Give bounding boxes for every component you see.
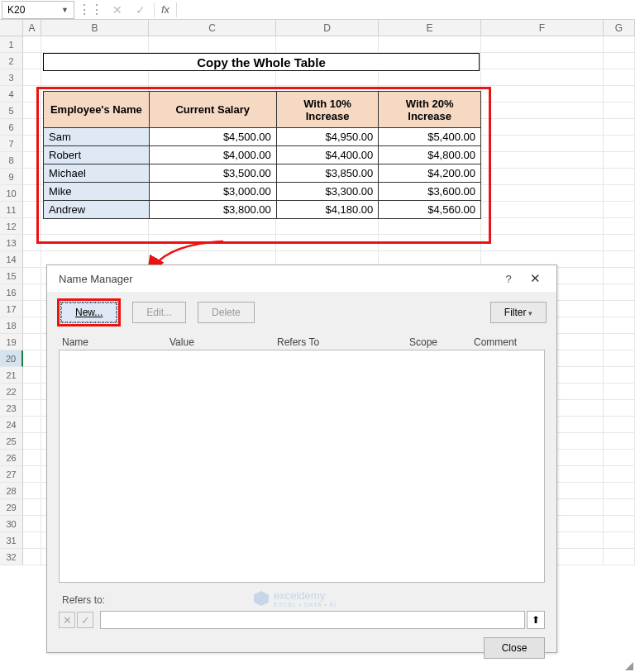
table-header[interactable]: With 10% Increase bbox=[276, 92, 379, 128]
row-header[interactable]: 30 bbox=[0, 516, 23, 532]
cell[interactable] bbox=[604, 549, 635, 565]
row-header[interactable]: 9 bbox=[0, 169, 23, 185]
cell[interactable] bbox=[23, 450, 41, 466]
cell-name[interactable]: Robert bbox=[44, 146, 150, 164]
row-header[interactable]: 17 bbox=[0, 301, 23, 317]
cell[interactable] bbox=[604, 185, 635, 202]
cell[interactable] bbox=[481, 218, 604, 235]
row-header[interactable]: 24 bbox=[0, 417, 23, 433]
cell[interactable] bbox=[23, 119, 41, 136]
cell[interactable] bbox=[276, 235, 379, 251]
cell[interactable] bbox=[604, 317, 635, 334]
row-header[interactable]: 21 bbox=[0, 367, 23, 384]
table-header[interactable]: Current Salary bbox=[149, 92, 276, 128]
cell[interactable] bbox=[23, 549, 41, 565]
cell[interactable] bbox=[23, 136, 41, 152]
cell[interactable] bbox=[23, 367, 41, 384]
cell-value[interactable]: $4,950.00 bbox=[276, 128, 379, 146]
row-header[interactable]: 27 bbox=[0, 466, 23, 483]
row-header[interactable]: 32 bbox=[0, 549, 23, 565]
fx-label[interactable]: fx bbox=[155, 3, 176, 16]
cell[interactable] bbox=[276, 36, 379, 53]
cell[interactable] bbox=[23, 86, 41, 102]
col-header[interactable]: C bbox=[149, 20, 276, 36]
cell[interactable] bbox=[481, 69, 604, 86]
row-header[interactable]: 20 bbox=[0, 350, 23, 367]
cell-value[interactable]: $4,180.00 bbox=[276, 201, 379, 219]
cell[interactable] bbox=[604, 516, 635, 532]
cell[interactable] bbox=[23, 516, 41, 532]
cell[interactable] bbox=[23, 102, 41, 119]
col-header[interactable]: D bbox=[276, 20, 379, 36]
cell[interactable] bbox=[604, 268, 635, 284]
close-icon[interactable]: ✕ bbox=[520, 271, 550, 286]
col-header[interactable]: E bbox=[379, 20, 481, 36]
resize-corner-icon[interactable] bbox=[623, 660, 635, 672]
row-header[interactable]: 25 bbox=[0, 433, 23, 450]
cell-value[interactable]: $4,200.00 bbox=[379, 164, 481, 183]
row-header[interactable]: 23 bbox=[0, 400, 23, 417]
cell[interactable] bbox=[379, 69, 481, 86]
cell[interactable] bbox=[604, 334, 635, 350]
row-header[interactable]: 26 bbox=[0, 450, 23, 466]
cell[interactable] bbox=[604, 367, 635, 384]
cell-name[interactable]: Mike bbox=[44, 183, 150, 201]
table-header[interactable]: Employee's Name bbox=[44, 92, 150, 128]
name-box[interactable]: K20 ▼ bbox=[2, 1, 74, 19]
cell[interactable] bbox=[604, 102, 635, 119]
cell[interactable] bbox=[604, 36, 635, 53]
row-header[interactable]: 13 bbox=[0, 235, 23, 251]
row-header[interactable]: 16 bbox=[0, 284, 23, 301]
row-header[interactable]: 29 bbox=[0, 499, 23, 516]
col-header[interactable]: B bbox=[41, 20, 149, 36]
cell-value[interactable]: $3,500.00 bbox=[149, 164, 276, 183]
cell[interactable] bbox=[23, 317, 41, 334]
cell[interactable] bbox=[604, 119, 635, 136]
cell-value[interactable]: $4,000.00 bbox=[149, 146, 276, 164]
cell[interactable] bbox=[23, 400, 41, 417]
cell[interactable] bbox=[23, 350, 41, 367]
cell-value[interactable]: $4,800.00 bbox=[379, 146, 481, 164]
cell[interactable] bbox=[23, 251, 41, 268]
cell[interactable] bbox=[276, 69, 379, 86]
table-header[interactable]: With 20% Increase bbox=[379, 92, 481, 128]
row-header[interactable]: 7 bbox=[0, 136, 23, 152]
cell[interactable] bbox=[481, 86, 604, 102]
cell-name[interactable]: Michael bbox=[44, 164, 150, 183]
cell-value[interactable]: $4,560.00 bbox=[379, 201, 481, 219]
dialog-titlebar[interactable]: Name Manager ? ✕ bbox=[47, 265, 556, 292]
cell[interactable] bbox=[23, 169, 41, 185]
cell[interactable] bbox=[23, 36, 41, 53]
cell[interactable] bbox=[23, 483, 41, 499]
chevron-down-icon[interactable]: ▼ bbox=[61, 6, 69, 14]
cell[interactable] bbox=[23, 268, 41, 284]
cell-value[interactable]: $3,850.00 bbox=[276, 164, 379, 183]
cell[interactable] bbox=[23, 202, 41, 218]
cell[interactable] bbox=[604, 284, 635, 301]
row-header[interactable]: 6 bbox=[0, 119, 23, 136]
list-col[interactable]: Value bbox=[169, 336, 277, 348]
cell[interactable] bbox=[481, 102, 604, 119]
select-all-corner[interactable] bbox=[0, 20, 23, 36]
cell[interactable] bbox=[604, 86, 635, 102]
col-header[interactable]: G bbox=[604, 20, 635, 36]
new-button[interactable]: New... bbox=[61, 303, 117, 322]
cell-value[interactable]: $5,400.00 bbox=[379, 128, 481, 146]
cell[interactable] bbox=[604, 69, 635, 86]
row-header[interactable]: 18 bbox=[0, 317, 23, 334]
cell[interactable] bbox=[481, 152, 604, 169]
cell[interactable] bbox=[604, 532, 635, 549]
cell[interactable] bbox=[481, 36, 604, 53]
row-header[interactable]: 31 bbox=[0, 532, 23, 549]
row-header[interactable]: 1 bbox=[0, 36, 23, 53]
row-header[interactable]: 28 bbox=[0, 483, 23, 499]
cell[interactable] bbox=[604, 417, 635, 433]
cell[interactable] bbox=[23, 532, 41, 549]
help-icon[interactable]: ? bbox=[497, 273, 520, 285]
cell[interactable] bbox=[604, 400, 635, 417]
cell[interactable] bbox=[604, 251, 635, 268]
cell[interactable] bbox=[41, 36, 149, 53]
cell[interactable] bbox=[604, 152, 635, 169]
cell[interactable] bbox=[23, 218, 41, 235]
cell[interactable] bbox=[604, 350, 635, 367]
